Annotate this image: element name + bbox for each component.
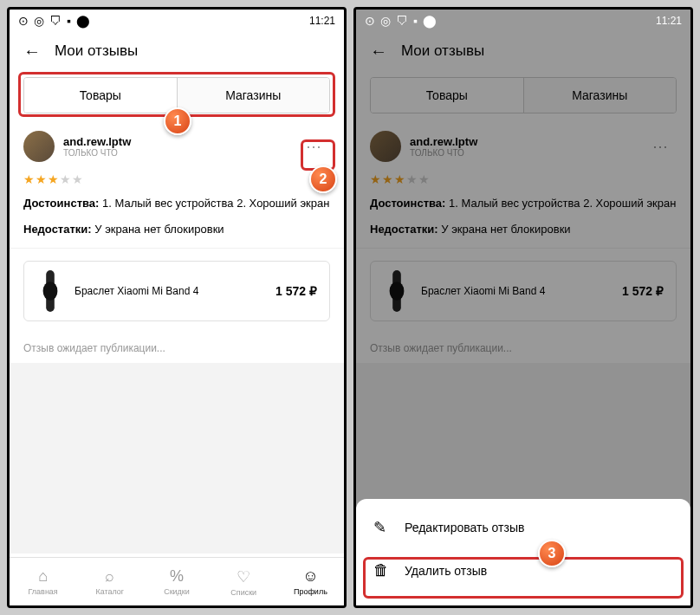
bottom-nav: ⌂ Главная ⌕ Каталог % Скидки ♡ Списки ☺ … bbox=[10, 557, 344, 605]
tab-stores[interactable]: Магазины bbox=[524, 78, 677, 113]
tab-goods[interactable]: Товары bbox=[371, 78, 524, 113]
review-card: and.rew.lptw ТОЛЬКО ЧТО ⋯ ★★★★★ Достоинс… bbox=[356, 120, 690, 249]
percent-icon: % bbox=[170, 567, 184, 586]
avatar bbox=[23, 131, 55, 162]
tab-goods[interactable]: Товары bbox=[24, 78, 178, 113]
tabs: Товары Магазины bbox=[370, 77, 677, 113]
page-title: Мои отзывы bbox=[401, 42, 484, 60]
instagram-icon: ◎ bbox=[34, 14, 44, 28]
username: and.rew.lptw bbox=[410, 135, 637, 148]
review-header: and.rew.lptw ТОЛЬКО ЧТО ⋯ bbox=[23, 131, 330, 162]
nav-label: Каталог bbox=[95, 587, 124, 596]
badge-3: 3 bbox=[538, 540, 566, 567]
status-bar: ⊙ ◎ ⛉ ▪ ⬤ 11:21 bbox=[10, 10, 344, 32]
square-icon: ▪ bbox=[67, 14, 71, 28]
product-card[interactable]: Браслет Xiaomi Mi Band 4 1 572 ₽ bbox=[370, 261, 677, 321]
back-arrow-icon[interactable]: ← bbox=[23, 42, 41, 62]
nav-home[interactable]: ⌂ Главная bbox=[10, 558, 76, 605]
cons-label: Недостатки: bbox=[23, 223, 92, 236]
star-icon: ★ bbox=[418, 172, 431, 186]
nav-profile[interactable]: ☺ Профиль bbox=[277, 558, 344, 605]
bottom-sheet: ✎ Редактировать отзыв 🗑 Удалить отзыв bbox=[356, 499, 690, 605]
review-cons: Недостатки: У экрана нет блокировки bbox=[23, 221, 330, 238]
nav-label: Главная bbox=[28, 587, 57, 596]
page-title: Мои отзывы bbox=[55, 42, 138, 60]
status-time: 11:21 bbox=[309, 15, 335, 27]
heart-icon: ♡ bbox=[237, 567, 250, 586]
cons-label: Недостатки: bbox=[370, 223, 438, 236]
review-pros: Достоинства: 1. Малый вес устройства 2. … bbox=[370, 195, 677, 212]
band-icon bbox=[40, 270, 61, 312]
nav-label: Списки bbox=[230, 588, 256, 597]
content-area: and.rew.lptw ТОЛЬКО ЧТО ⋯ ★★★★★ Достоинс… bbox=[10, 120, 344, 557]
drop-icon: ⬤ bbox=[76, 14, 90, 28]
status-icons-left: ⊙ ◎ ⛉ ▪ ⬤ bbox=[365, 14, 437, 28]
star-icon: ★ bbox=[72, 172, 84, 186]
star-icon: ★ bbox=[23, 172, 36, 186]
star-icon: ★ bbox=[406, 172, 418, 186]
review-pros: Достоинства: 1. Малый вес устройства 2. … bbox=[23, 195, 330, 212]
nav-catalog[interactable]: ⌕ Каталог bbox=[76, 558, 143, 605]
review-cons: Недостатки: У экрана нет блокировки bbox=[370, 221, 677, 238]
nav-lists[interactable]: ♡ Списки bbox=[211, 558, 277, 605]
timestamp: ТОЛЬКО ЧТО bbox=[410, 148, 637, 158]
sheet-delete-label: Удалить отзыв bbox=[405, 564, 487, 578]
more-menu-icon[interactable]: ⋯ bbox=[645, 133, 677, 159]
product-card[interactable]: Браслет Xiaomi Mi Band 4 1 572 ₽ bbox=[23, 261, 330, 321]
product-price: 1 572 ₽ bbox=[275, 284, 317, 298]
phone-left: ⊙ ◎ ⛉ ▪ ⬤ 11:21 ← Мои отзывы 1 Товары Ма… bbox=[7, 7, 347, 608]
trash-icon: 🗑 bbox=[373, 561, 391, 579]
product-price: 1 572 ₽ bbox=[622, 284, 664, 298]
star-icon: ★ bbox=[370, 172, 382, 186]
home-icon: ⌂ bbox=[38, 567, 48, 586]
review-header: and.rew.lptw ТОЛЬКО ЧТО ⋯ bbox=[370, 131, 677, 162]
star-icon: ★ bbox=[36, 172, 48, 186]
status-bar: ⊙ ◎ ⛉ ▪ ⬤ 11:21 bbox=[356, 10, 690, 32]
star-icon: ★ bbox=[394, 172, 406, 186]
back-arrow-icon[interactable]: ← bbox=[370, 42, 387, 62]
user-info: and.rew.lptw ТОЛЬКО ЧТО bbox=[410, 135, 637, 158]
product-name: Браслет Xiaomi Mi Band 4 bbox=[75, 285, 265, 297]
nav-label: Скидки bbox=[164, 587, 190, 596]
star-icon: ★ bbox=[382, 172, 394, 186]
pencil-icon: ✎ bbox=[373, 518, 391, 537]
pros-label: Достоинства: bbox=[23, 197, 99, 210]
drop-icon: ⬤ bbox=[423, 14, 437, 28]
profile-icon: ☺ bbox=[302, 567, 318, 586]
sheet-delete-review[interactable]: 🗑 Удалить отзыв bbox=[356, 549, 690, 592]
svg-point-3 bbox=[390, 282, 405, 301]
user-info: and.rew.lptw ТОЛЬКО ЧТО bbox=[63, 135, 290, 158]
tab-stores[interactable]: Магазины bbox=[178, 78, 330, 113]
avatar bbox=[370, 131, 401, 162]
sheet-edit-review[interactable]: ✎ Редактировать отзыв bbox=[356, 506, 690, 549]
location-icon: ⊙ bbox=[18, 14, 29, 28]
cons-text: У экрана нет блокировки bbox=[438, 223, 571, 236]
nav-discounts[interactable]: % Скидки bbox=[143, 558, 210, 605]
rating-stars: ★★★★★ bbox=[370, 172, 677, 186]
search-icon: ⌕ bbox=[105, 567, 114, 586]
rating-stars: ★★★★★ bbox=[23, 172, 330, 186]
pending-status: Отзыв ожидает публикации... bbox=[10, 333, 344, 363]
status-icons-left: ⊙ ◎ ⛉ ▪ ⬤ bbox=[18, 14, 90, 28]
header: ← Мои отзывы bbox=[10, 32, 344, 70]
badge-1: 1 bbox=[164, 107, 191, 135]
shield-icon: ⛉ bbox=[396, 14, 408, 28]
review-card: and.rew.lptw ТОЛЬКО ЧТО ⋯ ★★★★★ Достоинс… bbox=[10, 120, 344, 249]
phone-right: ⊙ ◎ ⛉ ▪ ⬤ 11:21 ← Мои отзывы Товары Мага… bbox=[353, 7, 693, 608]
star-icon: ★ bbox=[60, 172, 72, 186]
timestamp: ТОЛЬКО ЧТО bbox=[63, 148, 290, 158]
nav-label: Профиль bbox=[294, 587, 327, 596]
instagram-icon: ◎ bbox=[380, 14, 391, 28]
empty-area bbox=[10, 363, 344, 554]
band-icon bbox=[386, 270, 407, 312]
pending-status: Отзыв ожидает публикации... bbox=[356, 333, 690, 363]
sheet-edit-label: Редактировать отзыв bbox=[405, 521, 524, 534]
header: ← Мои отзывы bbox=[356, 32, 690, 70]
product-image bbox=[36, 274, 64, 308]
location-icon: ⊙ bbox=[365, 14, 375, 28]
status-time: 11:21 bbox=[656, 15, 682, 27]
star-icon: ★ bbox=[48, 172, 60, 186]
more-menu-icon[interactable]: ⋯ bbox=[299, 133, 330, 159]
username: and.rew.lptw bbox=[63, 135, 290, 148]
pros-label: Достоинства: bbox=[370, 197, 445, 210]
